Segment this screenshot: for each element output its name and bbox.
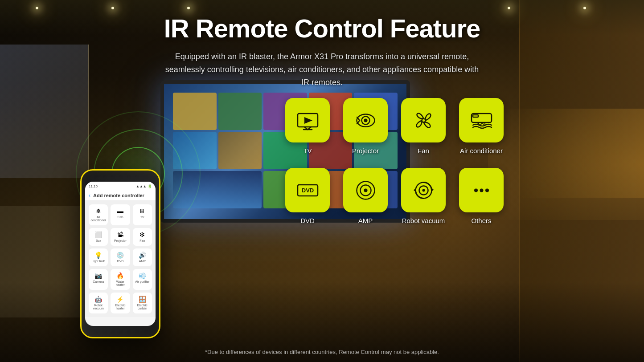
fan-icon-phone: ❇ xyxy=(139,232,145,238)
phone-header-title: Add remote controller xyxy=(93,193,144,198)
svg-point-7 xyxy=(364,118,367,122)
svg-point-22 xyxy=(422,189,425,191)
waterheater-label: Water heater xyxy=(112,280,128,286)
svg-text:DVD: DVD xyxy=(301,187,313,194)
phone-time: 11:15 xyxy=(89,184,98,188)
ir-icon-item-amp[interactable]: AMP xyxy=(341,168,390,224)
airpurifier-icon: 💨 xyxy=(139,273,146,279)
dvd-label-phone: DVD xyxy=(117,260,124,263)
phone-body: 11:15 ▲▲▲ 🔋 ‹ Add remote controller ❄ Ai… xyxy=(80,169,160,338)
camera-icon: 📷 xyxy=(94,273,102,279)
fan-icon-box xyxy=(401,98,446,142)
ir-icon-item-robot-vacuum[interactable]: Robot vacuum xyxy=(399,168,448,224)
ac-label: Air conditioner xyxy=(90,216,106,222)
phone-status-bar: 11:15 ▲▲▲ 🔋 xyxy=(85,182,156,191)
projector-icon-phone: 📽 xyxy=(117,232,123,238)
tv-label-phone: TV xyxy=(140,216,144,219)
stb-icon: ▬ xyxy=(117,208,123,214)
phone-mockup: 11:15 ▲▲▲ 🔋 ‹ Add remote controller ❄ Ai… xyxy=(71,116,205,338)
waterheater-icon: 🔥 xyxy=(116,273,124,279)
phone-item-dvd[interactable]: 💿 DVD xyxy=(111,248,130,266)
lightbulb-icon: 💡 xyxy=(94,252,102,258)
projector-icon-label: Projector xyxy=(352,147,379,155)
phone-item-lightbulb[interactable]: 💡 Light bulb xyxy=(89,248,108,266)
phone-item-waterheater[interactable]: 🔥 Water heater xyxy=(111,269,130,290)
svg-point-24 xyxy=(480,188,483,192)
robot-vacuum-icon-box xyxy=(401,168,446,212)
ir-icon-item-fan[interactable]: Fan xyxy=(399,98,448,155)
phone-screen: 11:15 ▲▲▲ 🔋 ‹ Add remote controller ❄ Ai… xyxy=(85,182,156,326)
box-label: Box xyxy=(96,239,101,242)
airpurifier-label: Air purifier xyxy=(135,280,149,283)
phone-item-tv[interactable]: 🖥 TV xyxy=(133,204,152,225)
svg-point-17 xyxy=(364,188,367,192)
phone-item-ac[interactable]: ❄ Air conditioner xyxy=(89,204,108,225)
amp-icon-phone: 🔊 xyxy=(139,252,146,258)
page-title: IR Remote Control Feature xyxy=(164,13,480,43)
svg-point-23 xyxy=(474,188,478,192)
ir-icon-item-others[interactable]: Others xyxy=(457,168,506,224)
ac-icon: ❄ xyxy=(96,208,101,214)
ir-icon-item-tv[interactable]: TV xyxy=(283,98,332,155)
tv-svg-icon xyxy=(295,108,320,133)
phone-item-camera[interactable]: 📷 Camera xyxy=(89,269,108,290)
page-subtitle: Equipped with an IR blaster, the Armor X… xyxy=(162,50,483,89)
electriccurtain-label: Electric curtain xyxy=(135,304,150,310)
phone-item-electricheater[interactable]: ⚡ Electric heater xyxy=(111,293,130,313)
box-icon: ⬜ xyxy=(94,232,102,238)
fan-icon-label: Fan xyxy=(418,147,429,155)
tv-icon-box xyxy=(285,98,330,142)
ac-svg-icon xyxy=(469,108,494,133)
amp-icon-box xyxy=(343,168,388,212)
projector-svg-icon xyxy=(353,108,378,133)
robot-vacuum-icon-label: Robot vacuum xyxy=(402,217,445,224)
amp-label-phone: AMP xyxy=(139,260,146,263)
lightbulb-label: Light bulb xyxy=(91,260,105,263)
ir-icon-item-dvd[interactable]: DVD DVD xyxy=(283,168,332,224)
projector-icon-box xyxy=(343,98,388,142)
phone-item-fan[interactable]: ❇ Fan xyxy=(133,228,152,246)
phone-item-box[interactable]: ⬜ Box xyxy=(89,228,108,246)
svg-marker-20 xyxy=(431,188,434,191)
robotvacuum-label-phone: Robot vacuum xyxy=(90,304,106,310)
phone-app-header: ‹ Add remote controller xyxy=(85,191,156,201)
electricheater-icon: ⚡ xyxy=(116,296,124,302)
ac-icon-label: Air conditioner xyxy=(460,147,503,155)
dvd-icon-label: DVD xyxy=(300,217,315,224)
phone-item-projector[interactable]: 📽 Projector xyxy=(111,228,130,246)
ir-icons-grid: TV Projector xyxy=(283,98,506,224)
dvd-svg-icon: DVD xyxy=(295,178,320,203)
svg-point-25 xyxy=(485,188,489,192)
phone-item-electriccurtain[interactable]: 🪟 Electric curtain xyxy=(133,293,152,313)
fan-svg-icon xyxy=(411,108,436,133)
others-icon-box xyxy=(459,168,504,212)
phone-item-airpurifier[interactable]: 💨 Air purifier xyxy=(133,269,152,290)
phone-item-stb[interactable]: ▬ STB xyxy=(111,204,130,225)
dvd-icon-box: DVD xyxy=(285,168,330,212)
robotvacuum-icon-phone: 🤖 xyxy=(94,296,102,302)
dvd-icon-phone: 💿 xyxy=(116,252,124,258)
svg-marker-21 xyxy=(414,188,416,192)
main-area: 11:15 ▲▲▲ 🔋 ‹ Add remote controller ❄ Ai… xyxy=(0,89,644,344)
ir-icon-item-projector[interactable]: Projector xyxy=(341,98,390,155)
stb-label: STB xyxy=(117,216,123,219)
others-icon-label: Others xyxy=(471,217,491,224)
camera-label: Camera xyxy=(93,280,104,283)
back-icon: ‹ xyxy=(89,192,90,199)
phone-item-amp[interactable]: 🔊 AMP xyxy=(133,248,152,266)
phone-item-robotvacuum[interactable]: 🤖 Robot vacuum xyxy=(89,293,108,313)
ir-icon-item-ac[interactable]: Air conditioner xyxy=(457,98,506,155)
phone-signal-icons: ▲▲▲ 🔋 xyxy=(136,184,152,188)
others-svg-icon xyxy=(469,178,494,203)
svg-rect-12 xyxy=(473,115,478,117)
projector-label-phone: Projector xyxy=(114,239,127,242)
electricheater-label: Electric heater xyxy=(112,304,128,310)
amp-svg-icon xyxy=(353,178,378,203)
amp-icon-label: AMP xyxy=(358,217,373,224)
electriccurtain-icon: 🪟 xyxy=(139,296,146,302)
tv-icon-phone: 🖥 xyxy=(139,208,145,214)
svg-marker-4 xyxy=(304,117,312,124)
robot-vacuum-svg-icon xyxy=(411,178,436,203)
tv-icon-label: TV xyxy=(303,147,312,155)
fan-label-phone: Fan xyxy=(139,239,145,242)
